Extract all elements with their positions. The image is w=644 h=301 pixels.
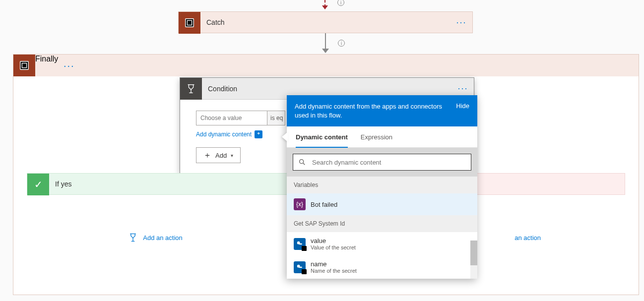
- info-icon[interactable]: i: [337, 0, 344, 6]
- more-menu-button[interactable]: ···: [451, 12, 472, 33]
- tab-dynamic-content[interactable]: Dynamic content: [296, 126, 348, 148]
- condition-value-input[interactable]: [196, 111, 267, 125]
- tab-expression[interactable]: Expression: [361, 126, 392, 147]
- scope-icon: [179, 12, 200, 34]
- svg-rect-1: [187, 20, 192, 25]
- add-dynamic-content-label: Add dynamic content: [196, 131, 252, 138]
- dynamic-item-desc: Name of the secret: [311, 268, 357, 274]
- search-icon: [298, 158, 306, 166]
- connector-arrow-mid-head: [322, 49, 329, 53]
- info-icon[interactable]: i: [338, 40, 345, 47]
- lock-icon: [302, 269, 307, 274]
- finally-header[interactable]: Finally ···: [13, 55, 639, 76]
- branch-yes-header[interactable]: ✓ If yes: [27, 173, 323, 195]
- dynamic-content-item[interactable]: value Value of the secret: [287, 232, 477, 255]
- dynamic-content-item[interactable]: {x} Bot failed: [287, 193, 477, 215]
- more-menu-button[interactable]: ···: [58, 55, 80, 76]
- plus-icon: ＋: [203, 150, 211, 161]
- branch-yes-label: If yes: [49, 174, 323, 194]
- scope-card-finally: Finally ··· Condition ··· is eq: [13, 54, 639, 295]
- connector-arrow-mid: [325, 33, 326, 50]
- dynamic-item-desc: Value of the secret: [311, 244, 356, 250]
- dynamic-item-name: value: [311, 237, 356, 244]
- hide-panel-button[interactable]: Hide: [456, 102, 469, 110]
- dynamic-content-panel: Add dynamic content from the apps and co…: [287, 95, 477, 279]
- add-button-label: Add: [215, 152, 227, 159]
- add-action-label-clip: an action: [515, 234, 541, 241]
- dynamic-content-badge-icon: ⁺: [255, 130, 262, 138]
- dynamic-content-header-text: Add dynamic content from the apps and co…: [295, 102, 450, 120]
- svg-line-5: [303, 163, 305, 165]
- dynamic-content-item[interactable]: name Name of the secret: [287, 255, 477, 279]
- condition-icon: [180, 78, 202, 100]
- chevron-down-icon: ▾: [231, 153, 233, 158]
- scope-card-catch[interactable]: Catch ···: [178, 11, 473, 33]
- svg-rect-9: [299, 266, 302, 267]
- panel-pointer: [282, 132, 288, 142]
- search-dynamic-content-input[interactable]: [311, 158, 466, 167]
- finally-title: Finally: [35, 55, 58, 76]
- keyvault-icon: [294, 238, 306, 250]
- scrollbar-thumb[interactable]: [470, 241, 477, 265]
- lock-icon: [302, 246, 307, 251]
- dynamic-content-panel-header: Add dynamic content from the apps and co…: [287, 95, 477, 126]
- scope-icon: [13, 55, 35, 76]
- search-dynamic-content-box: [293, 154, 471, 171]
- dynamic-item-name: name: [311, 260, 357, 268]
- svg-rect-3: [22, 63, 26, 67]
- dynamic-item-name: Bot failed: [311, 201, 337, 208]
- add-action-label: Add an action: [143, 234, 183, 241]
- svg-rect-7: [299, 243, 302, 244]
- keyvault-icon: [294, 261, 306, 273]
- condition-small-icon: [128, 233, 138, 242]
- check-icon: ✓: [27, 174, 49, 195]
- add-action-button-no[interactable]: an action: [515, 234, 541, 241]
- connector-arrow-top-head: [322, 5, 328, 9]
- condition-operator-select[interactable]: is eq: [267, 111, 285, 125]
- dynamic-section-header: Variables: [287, 177, 477, 193]
- svg-point-4: [300, 160, 304, 164]
- add-condition-row-button[interactable]: ＋ Add ▾: [196, 147, 241, 163]
- catch-title: Catch: [200, 12, 451, 33]
- dynamic-section-header: Get SAP System Id: [287, 215, 477, 232]
- variable-icon: {x}: [294, 198, 306, 210]
- add-action-button-yes[interactable]: Add an action: [128, 233, 183, 242]
